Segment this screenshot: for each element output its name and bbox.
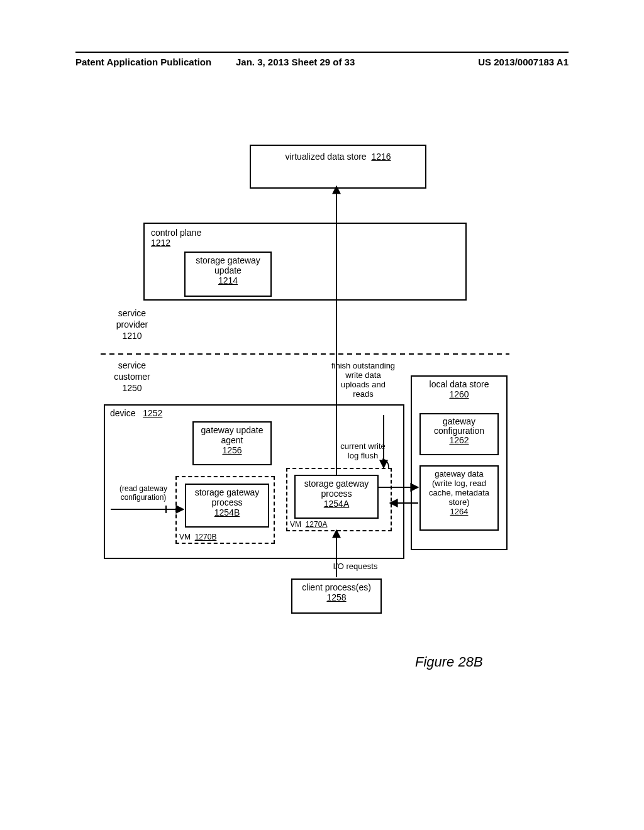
figure-caption: Figure 28B xyxy=(415,654,483,670)
sc-num: 1250 xyxy=(107,382,157,394)
box-storage-gateway-update: storage gateway update 1214 xyxy=(184,252,272,297)
box-gateway-update-agent: gateway update agent 1256 xyxy=(192,421,272,465)
gd-num: 1264 xyxy=(421,507,497,516)
gd-l1: gateway data xyxy=(421,469,497,479)
vm-b-label: VM xyxy=(179,533,191,541)
label-read-gateway-configuration: (read gateway configuration) xyxy=(112,484,175,502)
box-client-processes: client process(es) 1258 xyxy=(291,578,382,614)
sgu-label2: update xyxy=(186,265,270,275)
device-label: device xyxy=(110,408,135,418)
gc-l1: gateway xyxy=(421,417,497,426)
rgconf2: configuration) xyxy=(112,493,175,502)
finish3: uploads and xyxy=(324,380,402,389)
label-service-customer: service customer 1250 xyxy=(107,360,157,394)
sc-l1: service xyxy=(107,360,157,371)
gd-l2: (write log, read xyxy=(421,479,497,488)
finish1: finish outstanding xyxy=(324,361,402,370)
finish4: reads xyxy=(324,389,402,399)
sp-l1: service xyxy=(107,307,157,319)
gd-l4: store) xyxy=(421,497,497,507)
box-gateway-configuration: gateway configuration 1262 xyxy=(419,413,499,455)
gua-l1: gateway update xyxy=(194,425,270,435)
box-virtualized-data-store: virtualized data store 1216 xyxy=(250,145,426,189)
sgp-b-l2: process xyxy=(186,497,268,507)
label-finish-outstanding: finish outstanding write data uploads an… xyxy=(324,361,402,399)
vm-a-label: VM xyxy=(290,520,301,529)
sgu-num: 1214 xyxy=(186,275,270,285)
box-gateway-data: gateway data (write log, read cache, met… xyxy=(419,465,499,531)
sgp-b-num: 1254B xyxy=(186,507,268,517)
vds-num: 1216 xyxy=(371,152,391,162)
cp-label: control plane xyxy=(151,228,465,238)
vm-b-num: 1270B xyxy=(195,533,217,541)
gua-l2: agent xyxy=(194,435,270,445)
label-service-provider: service provider 1210 xyxy=(107,307,157,341)
lds-label: local data store xyxy=(412,379,506,389)
ioreq: I/O requests xyxy=(333,562,378,571)
lds-num: 1260 xyxy=(412,389,506,399)
gc-l2: configuration xyxy=(421,426,497,436)
sp-num: 1210 xyxy=(107,330,157,341)
flush1: current write xyxy=(335,441,391,451)
sc-l2: customer xyxy=(107,371,157,382)
header-mid: Jan. 3, 2013 Sheet 29 of 33 xyxy=(236,57,355,67)
cp-proc-label: client process(es) xyxy=(292,582,380,592)
rgconf1: (read gateway xyxy=(112,484,175,493)
header-right: US 2013/0007183 A1 xyxy=(478,57,569,67)
gd-l3: cache, metadata xyxy=(421,488,497,497)
sp-l2: provider xyxy=(107,319,157,330)
gc-num: 1262 xyxy=(421,436,497,445)
gua-num: 1256 xyxy=(194,445,270,455)
sgp-a-l2: process xyxy=(296,489,377,499)
flush2: log flush xyxy=(335,451,391,460)
sgp-b-l1: storage gateway xyxy=(186,487,268,497)
cp-proc-num: 1258 xyxy=(292,592,380,602)
box-sgp-a: storage gateway process 1254A xyxy=(294,475,379,519)
sgp-a-l1: storage gateway xyxy=(296,479,377,489)
page: Patent Application Publication Jan. 3, 2… xyxy=(0,0,644,830)
vds-label: virtualized data store xyxy=(285,152,366,162)
sgu-label1: storage gateway xyxy=(186,255,270,265)
device-num: 1252 xyxy=(143,408,162,418)
cp-num: 1212 xyxy=(151,238,465,248)
label-io-requests: I/O requests xyxy=(327,562,384,571)
vm-a-num: 1270A xyxy=(306,520,328,529)
label-current-write-log-flush: current write log flush xyxy=(335,441,391,460)
finish2: write data xyxy=(324,370,402,380)
header-left: Patent Application Publication xyxy=(75,57,211,67)
page-header: Patent Application Publication Jan. 3, 2… xyxy=(75,52,569,55)
box-sgp-b: storage gateway process 1254B xyxy=(185,484,269,528)
sgp-a-num: 1254A xyxy=(296,499,377,509)
